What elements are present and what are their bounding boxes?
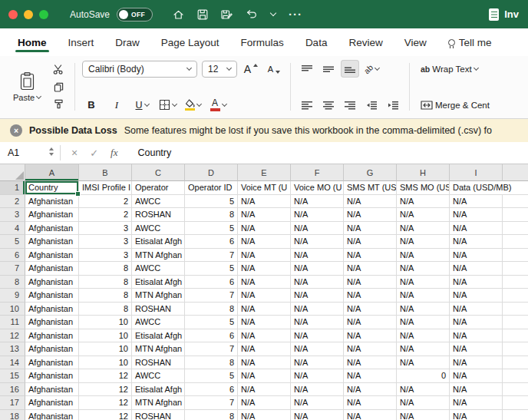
row-header-10[interactable]: 10 (0, 303, 25, 316)
cell-G2[interactable]: N/A (344, 195, 397, 209)
cell-A4[interactable]: Afghanistan (25, 222, 79, 236)
cell-I10[interactable]: N/A (450, 303, 503, 316)
cell-H18[interactable]: N/A (397, 410, 450, 420)
chevron-down-icon[interactable] (271, 13, 276, 15)
cell-C1[interactable]: Operator (132, 181, 185, 195)
cell-B14[interactable]: 10 (79, 356, 132, 370)
save-icon[interactable] (197, 9, 208, 20)
cell-G4[interactable]: N/A (344, 222, 397, 236)
cell-E15[interactable]: N/A (238, 369, 291, 383)
cell-C10[interactable]: ROSHAN (132, 303, 185, 316)
tab-data[interactable]: Data (305, 37, 328, 56)
row-header-17[interactable]: 17 (0, 396, 25, 410)
borders-button[interactable] (158, 96, 177, 114)
select-all-button[interactable] (0, 164, 25, 181)
cell-G17[interactable]: N/A (344, 396, 397, 410)
cell-A18[interactable]: Afghanistan (25, 410, 79, 420)
cell-D10[interactable]: 8 (185, 303, 238, 316)
tab-tell-me[interactable]: Tell me (447, 37, 493, 56)
cell-I16[interactable]: N/A (450, 383, 503, 397)
align-bottom-button[interactable] (341, 60, 359, 78)
cell-D2[interactable]: 5 (185, 195, 238, 209)
cell-F10[interactable]: N/A (291, 303, 344, 316)
align-top-button[interactable] (298, 60, 316, 78)
cell-B4[interactable]: 3 (79, 222, 132, 236)
cell-C17[interactable]: MTN Afghan (132, 396, 185, 410)
tab-draw[interactable]: Draw (114, 37, 140, 56)
cell-F13[interactable]: N/A (291, 342, 344, 356)
column-header-D[interactable]: D (185, 164, 238, 181)
merge-center-button[interactable]: Merge & Cent (417, 96, 493, 114)
column-header-G[interactable]: G (344, 164, 397, 181)
cell-I13[interactable]: N/A (450, 342, 503, 356)
cell-C18[interactable]: ROSHAN (132, 410, 185, 420)
cell-C8[interactable]: Etisalat Afgh (132, 276, 185, 289)
decrease-indent-button[interactable] (362, 96, 381, 114)
cell-D18[interactable]: 8 (185, 410, 238, 420)
increase-indent-button[interactable] (384, 96, 402, 114)
cell-E10[interactable]: N/A (238, 303, 291, 316)
cell-A7[interactable]: Afghanistan (25, 262, 79, 276)
cell-H13[interactable]: N/A (397, 342, 450, 356)
cell-G15[interactable]: N/A (344, 369, 397, 383)
cell-D12[interactable]: 6 (185, 329, 238, 343)
row-header-18[interactable]: 18 (0, 410, 25, 420)
align-middle-button[interactable] (319, 60, 338, 78)
align-left-button[interactable] (298, 96, 316, 114)
cell-B15[interactable]: 12 (79, 369, 132, 383)
cell-E5[interactable]: N/A (238, 235, 291, 249)
empty-cell[interactable] (503, 383, 528, 397)
cell-B16[interactable]: 12 (79, 383, 132, 397)
cell-B1[interactable]: IMSI Profile I (79, 181, 132, 195)
empty-cell[interactable] (503, 396, 528, 410)
cell-A11[interactable]: Afghanistan (25, 316, 79, 329)
cell-F5[interactable]: N/A (291, 235, 344, 249)
italic-button[interactable]: I (107, 96, 126, 114)
empty-cell[interactable] (503, 195, 528, 209)
cell-H4[interactable]: N/A (397, 222, 450, 236)
row-header-2[interactable]: 2 (0, 195, 25, 209)
name-box-stepper[interactable] (49, 147, 54, 156)
shrink-font-button[interactable]: A (265, 60, 283, 78)
cell-F4[interactable]: N/A (291, 222, 344, 236)
cell-I11[interactable]: N/A (450, 316, 503, 329)
empty-cell[interactable] (503, 235, 528, 249)
cell-C15[interactable]: AWCC (132, 369, 185, 383)
empty-cell[interactable] (503, 222, 528, 236)
cell-F17[interactable]: N/A (291, 396, 344, 410)
cell-C5[interactable]: Etisalat Afgh (132, 235, 185, 249)
cell-I6[interactable]: N/A (450, 249, 503, 263)
fill-color-button[interactable] (183, 96, 202, 114)
cell-E11[interactable]: N/A (238, 316, 291, 329)
cell-B11[interactable]: 10 (79, 316, 132, 329)
cell-A15[interactable]: Afghanistan (25, 369, 79, 383)
empty-cell[interactable] (503, 262, 528, 276)
home-icon[interactable] (173, 9, 184, 20)
cell-G8[interactable]: N/A (344, 276, 397, 289)
cell-E3[interactable]: N/A (238, 208, 291, 222)
column-header-F[interactable]: F (291, 164, 344, 181)
cell-C14[interactable]: ROSHAN (132, 356, 185, 370)
cell-A6[interactable]: Afghanistan (25, 249, 79, 263)
cell-E13[interactable]: N/A (238, 342, 291, 356)
cell-I1[interactable]: Data (USD/MB) (450, 181, 503, 195)
row-header-6[interactable]: 6 (0, 249, 25, 263)
formula-input[interactable]: Country (128, 142, 171, 164)
cell-H15[interactable]: 0 (397, 369, 450, 383)
cell-E8[interactable]: N/A (238, 276, 291, 289)
cell-D1[interactable]: Operator ID (185, 181, 238, 195)
empty-cell[interactable] (503, 276, 528, 289)
orientation-button[interactable]: ab (362, 60, 381, 78)
row-header-8[interactable]: 8 (0, 276, 25, 289)
cell-E17[interactable]: N/A (238, 396, 291, 410)
cell-B18[interactable]: 12 (79, 410, 132, 420)
cell-H7[interactable]: N/A (397, 262, 450, 276)
cell-D15[interactable]: 5 (185, 369, 238, 383)
cell-E18[interactable]: N/A (238, 410, 291, 420)
cell-H17[interactable]: N/A (397, 396, 450, 410)
cell-E7[interactable]: N/A (238, 262, 291, 276)
column-header-I[interactable]: I (450, 164, 503, 181)
cell-F1[interactable]: Voice MO (U (291, 181, 344, 195)
cell-I17[interactable]: N/A (450, 396, 503, 410)
format-painter-button[interactable] (49, 96, 68, 112)
